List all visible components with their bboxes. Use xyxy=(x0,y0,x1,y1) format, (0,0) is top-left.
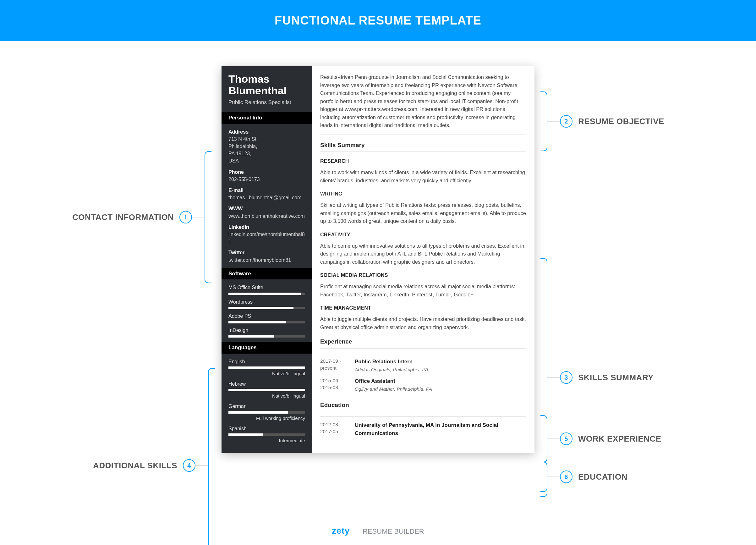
experience-row: 2017-09 - presentPublic Relations Intern… xyxy=(320,356,526,375)
language-name: Hebrew xyxy=(228,380,305,388)
callout-number: 2 xyxy=(560,115,572,128)
experience-list: 2017-09 - presentPublic Relations Intern… xyxy=(320,353,526,395)
progress-bar xyxy=(228,433,305,436)
page-banner: FUNCTIONAL RESUME TEMPLATE xyxy=(0,0,756,41)
language-note: Full working proficiency xyxy=(228,415,305,422)
progress-bar xyxy=(228,307,305,309)
twitter-label: Twitter xyxy=(228,249,305,256)
skill-bar: MS Office Suite xyxy=(228,284,305,295)
callout-line xyxy=(192,217,205,217)
experience-title: Office Assistant xyxy=(355,377,526,385)
skill-body: Proficient at managing social media rela… xyxy=(320,283,526,299)
callout-brace xyxy=(208,368,215,545)
person-role: Public Relations Specialist xyxy=(228,99,305,107)
language-name: German xyxy=(228,403,305,410)
skill-title: WRITING xyxy=(320,190,526,198)
callout-brace xyxy=(205,151,211,283)
language-bar: SpanishIntermediate xyxy=(228,425,305,444)
callout-number: 3 xyxy=(560,371,572,384)
resume-main: Results-driven Penn graduate in Journali… xyxy=(312,66,534,453)
experience-row: 2015-06 - 2015-08Office AssistantOgilvy … xyxy=(320,375,526,395)
callout-label: EDUCATION xyxy=(578,472,627,482)
callout-brace xyxy=(540,415,547,462)
address-line: USA xyxy=(228,157,305,164)
banner-title: FUNCTIONAL RESUME TEMPLATE xyxy=(275,14,481,27)
resume-objective: Results-driven Penn graduate in Journali… xyxy=(320,73,526,135)
callout-label: RESUME OBJECTIVE xyxy=(578,117,664,126)
progress-bar xyxy=(228,293,305,295)
language-name: Spanish xyxy=(228,425,305,432)
callout-label: SKILLS SUMMARY xyxy=(578,373,654,383)
callout-label: ADDITIONAL SKILLS xyxy=(93,461,177,471)
progress-bar xyxy=(228,389,305,391)
address-label: Address xyxy=(228,128,305,135)
linkedin-value: linkedin.com/me/thomblumenthal81 xyxy=(228,231,305,245)
callout-number: 6 xyxy=(560,471,572,483)
software-list: MS Office SuiteWordpressAdobe PSInDesign xyxy=(228,284,305,338)
skill-bar: InDesign xyxy=(228,327,305,338)
experience-header: Experience xyxy=(320,337,526,348)
education-list: 2012-08 - 2017-05University of Pennsylva… xyxy=(320,416,526,440)
www-label: WWW xyxy=(228,205,305,212)
skill-body: Able to work with many kinds of clients … xyxy=(320,168,526,184)
skill-body: Able to juggle multiple clients and proj… xyxy=(320,315,526,331)
email-value: thomas.j.blumenthal@gmail.com xyxy=(228,194,305,201)
progress-bar xyxy=(228,335,305,338)
education-date: 2012-08 - 2017-05 xyxy=(320,421,355,438)
software-header: Software xyxy=(222,268,312,280)
address-line: 713 N 4th St, xyxy=(228,135,305,143)
callout-number: 1 xyxy=(179,211,192,223)
language-bar: HebrewNative/billingual xyxy=(228,380,305,399)
www-value: www.thomblumenthalcreative.com xyxy=(228,212,305,220)
skill-name: Adobe PS xyxy=(228,312,305,320)
skill-name: MS Office Suite xyxy=(228,284,305,291)
progress-bar xyxy=(228,366,305,369)
language-name: English xyxy=(228,358,305,365)
resume-document: Thomas Blumenthal Public Relations Speci… xyxy=(222,66,534,453)
skill-body: Skilled at writing all types of Public R… xyxy=(320,201,526,225)
callout-line xyxy=(547,377,560,378)
callout-line xyxy=(195,465,208,466)
footer-brand: zety xyxy=(332,526,349,536)
experience-title: Public Relations Intern xyxy=(355,358,526,366)
stage: CONTACT INFORMATION 1 ADDITIONAL SKILLS … xyxy=(0,41,756,545)
callout-additional-skills: ADDITIONAL SKILLS 4 xyxy=(93,368,215,545)
callout-brace xyxy=(540,91,547,151)
page-footer: zety RESUME BUILDER xyxy=(0,526,756,536)
languages-list: EnglishNative/billingualHebrewNative/bil… xyxy=(228,358,305,444)
callout-line xyxy=(547,476,560,477)
experience-org: Ogilvy and Mather, Philadelphia, PA xyxy=(355,385,526,393)
address-line: PA 19123, xyxy=(228,150,305,157)
experience-org: Adidas Originals, Philadelphia, PA xyxy=(355,366,526,373)
footer-tagline: RESUME BUILDER xyxy=(363,527,424,535)
skill-bar: Adobe PS xyxy=(228,312,305,323)
personal-info-header: Personal Info xyxy=(222,112,312,124)
person-name: Thomas Blumenthal xyxy=(228,73,305,96)
twitter-value: twitter.com/thommybloom81 xyxy=(228,256,305,264)
skill-body: Able to come up with innovative solution… xyxy=(320,242,526,266)
language-note: Native/billingual xyxy=(228,370,305,377)
skill-name: InDesign xyxy=(228,327,305,334)
language-note: Intermediate xyxy=(228,437,305,444)
education-title: University of Pennsylvania, MA in Journa… xyxy=(355,421,526,438)
callout-contact-information: CONTACT INFORMATION 1 xyxy=(72,151,211,283)
skill-name: Wordpress xyxy=(228,298,305,306)
linkedin-label: LinkedIn xyxy=(228,223,305,231)
skill-title: SOCIAL MEDIA RELATIONS xyxy=(320,272,526,279)
phone-value: 202-555-0173 xyxy=(228,176,305,183)
callout-work-experience: 5 WORK EXPERIENCE xyxy=(540,415,661,462)
experience-date: 2017-09 - present xyxy=(320,358,355,373)
email-label: E-mail xyxy=(228,187,305,194)
callout-label: WORK EXPERIENCE xyxy=(578,434,661,444)
skills-list: RESEARCHAble to work with many kinds of … xyxy=(320,157,526,331)
skills-summary-header: Skills Summary xyxy=(320,140,526,152)
callout-resume-objective: 2 RESUME OBJECTIVE xyxy=(540,91,664,151)
callout-number: 4 xyxy=(183,459,195,472)
progress-bar xyxy=(228,321,305,323)
skill-title: CREATIVITY xyxy=(320,231,526,239)
address-line: Philadelphia, xyxy=(228,143,305,150)
language-bar: GermanFull working proficiency xyxy=(228,403,305,422)
callout-line xyxy=(547,121,560,122)
footer-divider xyxy=(356,528,356,536)
language-bar: EnglishNative/billingual xyxy=(228,358,305,377)
